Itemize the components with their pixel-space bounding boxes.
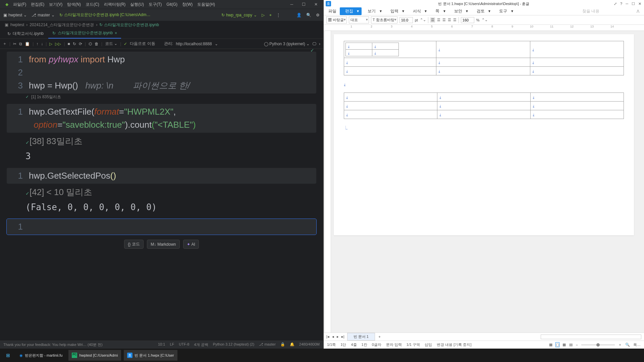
paste-icon[interactable]: 📋 (25, 42, 30, 46)
help-icon[interactable]: ? (620, 2, 622, 6)
menu-file[interactable]: 파일(F) (11, 2, 28, 7)
hwp-nested-table[interactable]: ⸘⸘ ⸘⸘ (345, 43, 399, 56)
add-cell-icon[interactable]: ＋ (3, 41, 7, 47)
move-label[interactable]: 다음으로 이동 (130, 41, 155, 47)
lock-icon[interactable]: 🔒 (280, 342, 285, 347)
hwp-page[interactable]: ⸘⸘ ⸘⸘ ⸘⸘ ⸘⸘⸘ ⸘⸘⸘ ⸘ ⸘⸘⸘ ⸘⸘⸘ ⸘⸘⸘ ⎿ (334, 34, 634, 235)
zoom-out-icon[interactable]: − (576, 343, 578, 347)
more-icon[interactable]: ⋮ (276, 13, 280, 17)
st-insert[interactable]: 삽입 (425, 342, 432, 347)
copy-icon[interactable]: ⧉ (19, 42, 22, 46)
play-icon[interactable]: ▷ (262, 13, 265, 17)
st-track[interactable]: 변경 내용 [기록 중지] (437, 342, 471, 347)
menu-nav[interactable]: 탐색(N) (65, 2, 83, 7)
size-stepper[interactable]: ⌃⌄ (420, 18, 426, 22)
zoom-slider[interactable] (581, 345, 615, 345)
menu-code[interactable]: 코드(C) (84, 2, 101, 7)
down-icon[interactable]: ↓ (41, 42, 43, 46)
breadcrumb[interactable]: ▣hwptest› 20241214_스타일개요문단수준변경› ↻ 스타일개요문… (0, 21, 323, 29)
hwp-menu-file[interactable]: 파일 (326, 7, 339, 15)
kernel-chip[interactable]: ◯ Python 3 (ipykernel) ⌄ (264, 42, 310, 46)
hwp-doc-tab[interactable]: 빈 문서 1 (347, 333, 375, 341)
delete-icon[interactable]: 🗑 (95, 42, 99, 46)
restart-all-icon[interactable]: ⟳ (79, 42, 82, 46)
taskbar-pycharm[interactable]: PChwptest [C:/Users/Admi (68, 350, 121, 361)
linespace-input[interactable] (461, 17, 474, 23)
code-cell-2[interactable]: 1hwp.GetTextFile(format="HWPML2X", optio… (7, 104, 316, 165)
up-icon[interactable]: ↑ (36, 42, 38, 46)
tab-0[interactable]: ↻ 대학교서식.ipynb (3, 29, 48, 39)
hwp-menu-edit[interactable]: 편집 ▾ (340, 7, 362, 15)
hwp-menu-view[interactable]: 보기 ▾ (362, 7, 384, 15)
minimize-icon[interactable]: ─ (288, 2, 295, 7)
menu-help[interactable]: 도움말(H) (195, 2, 217, 7)
debug-icon[interactable]: ⌖ (269, 13, 272, 17)
hwp-menu-format[interactable]: 서식 ▾ (408, 7, 429, 15)
zoom-label[interactable]: 폭… (633, 342, 641, 347)
add-doc-tab-icon[interactable]: ＋ (378, 334, 381, 339)
size-input[interactable] (399, 17, 413, 23)
hwp-menu-input[interactable]: 입력 ▾ (385, 7, 407, 15)
add-markdown-button[interactable]: M↓Markdown (147, 240, 179, 249)
hwp-find-input[interactable]: 찾을 내용 (580, 7, 633, 15)
status-py[interactable]: Python 3.12 (hwptest) (2) (213, 342, 255, 347)
linespace-stepper[interactable]: ⌃⌄ (482, 18, 488, 22)
start-button[interactable]: ⊞ (3, 350, 13, 361)
status-enc[interactable]: UTF-8 (179, 342, 189, 347)
hwp-table-1[interactable]: ⸘⸘ ⸘⸘ ⸘⸘ ⸘⸘⸘ ⸘⸘⸘ (344, 41, 624, 75)
cut-icon[interactable]: ✂ (13, 42, 16, 46)
hwp-menu-chevron[interactable]: ᐱ (634, 8, 642, 15)
align-center-icon[interactable]: ☰ (437, 18, 440, 22)
project-chip[interactable]: ▣ hwptest ⌄ (3, 13, 27, 17)
view-icon-1[interactable]: ▦ (549, 343, 552, 347)
tab-nav-last[interactable]: ▸| (341, 335, 344, 339)
status-spaces[interactable]: 4개 공백 (194, 342, 208, 347)
align-right-icon[interactable]: ☰ (442, 18, 446, 22)
manage-url[interactable]: http://localhost:8888 (176, 42, 212, 46)
status-le[interactable]: LF (170, 342, 174, 347)
tab-1[interactable]: ↻ 스타일개요문단수준변경.ipynb × (48, 28, 121, 39)
add-code-button[interactable]: {} 코드 (124, 240, 144, 249)
search-icon[interactable]: 🔍 (306, 13, 311, 17)
hwp-hscroll[interactable] (541, 335, 641, 339)
menu-window[interactable]: 창(W) (180, 2, 195, 7)
add-ai-button[interactable]: ✦ AI (183, 240, 199, 249)
style-combo[interactable]: ☰ 바탕글 (326, 16, 347, 23)
hwp-menu-security[interactable]: 보안 ▾ (449, 7, 471, 15)
cell-type[interactable]: 코드 ⌄ (105, 41, 117, 47)
minimize-icon[interactable]: ─ (626, 2, 628, 6)
user-icon[interactable]: 👤 (297, 13, 302, 17)
maximize-icon[interactable]: ☐ (300, 2, 308, 7)
align-dist-icon[interactable]: ☰ (453, 18, 457, 22)
hwp-page-area[interactable]: ⸘⸘ ⸘⸘ ⸘⸘ ⸘⸘⸘ ⸘⸘⸘ ⸘ ⸘⸘⸘ ⸘⸘⸘ ⸘⸘⸘ ⎿ (324, 31, 644, 333)
hwp-menu-tools[interactable]: 도구 ▾ (494, 7, 516, 15)
restart-icon[interactable]: ↻ (73, 42, 76, 46)
play-cell-icon[interactable]: ▷ (49, 42, 52, 46)
taskbar-edge[interactable]: ◉받은편지함 - martinii.fu (16, 350, 66, 361)
git-branch-status[interactable]: ⎇ master (259, 342, 276, 347)
close-icon[interactable]: ✕ (638, 2, 641, 6)
maximize-icon[interactable]: ☐ (632, 2, 635, 6)
status-mem[interactable]: 2480/4800M (299, 342, 320, 347)
hwp-table-2[interactable]: ⸘⸘⸘ ⸘⸘⸘ ⸘⸘⸘ (344, 93, 624, 119)
tab-nav-first[interactable]: |◂ (326, 335, 329, 339)
h-ruler[interactable]: 12 34 56 78 910 1112 1314 (324, 25, 644, 31)
menu-git[interactable]: Git(G) (164, 2, 179, 7)
code-cell-4[interactable]: 1 (7, 219, 316, 235)
branch-chip[interactable]: ⎇ master ⌄ (32, 13, 55, 17)
menu-tools[interactable]: 도구(T) (147, 2, 164, 7)
bell-icon[interactable]: 🔔 (290, 342, 294, 347)
ide-menubar[interactable]: ◆ 파일(F) 편집(E) 보기(V) 탐색(N) 코드(C) 리팩터링(R) … (0, 0, 323, 9)
view-icon-3[interactable]: ▦ (562, 343, 566, 347)
menu-edit[interactable]: 편집(E) (29, 2, 46, 7)
font-combo[interactable]: T 함초롬바탕 (371, 16, 397, 23)
code-cell-3[interactable]: 1hwp.GetSelectedPos() ✓[42] < 10 밀리초 (Fa… (7, 168, 316, 216)
st-page[interactable]: 1/1쪽 (327, 342, 336, 347)
zoom-fit-icon[interactable]: 🔍 (625, 343, 630, 347)
hwp-menu-page[interactable]: 쪽 ▾ (430, 7, 448, 15)
taskbar-hwp[interactable]: 호빈 문서 1.hwpx [C:\User (124, 350, 177, 361)
zoom-in-icon[interactable]: ＋ (618, 342, 622, 347)
align-left-icon[interactable]: ☰ (430, 17, 435, 22)
run-side-chip[interactable]: ↻ hwp_rpa_copy ⌄ (221, 13, 257, 17)
v-ruler[interactable] (325, 31, 331, 333)
